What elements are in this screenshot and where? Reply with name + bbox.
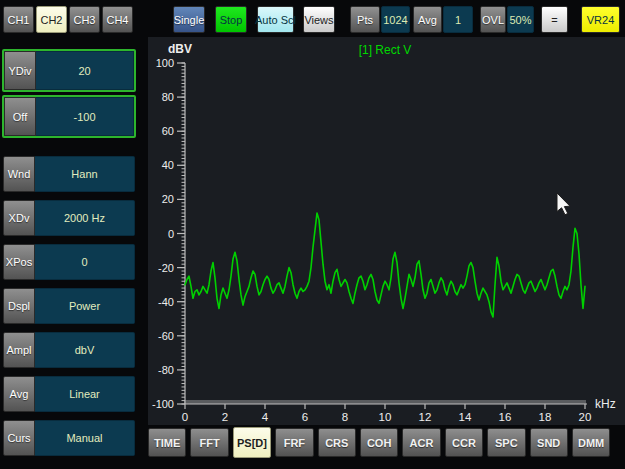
wnd-label[interactable]: Wnd [3,156,35,192]
x-axis-unit: kHz [595,397,616,411]
ovl-value[interactable]: 50% [507,6,534,33]
avg-value[interactable]: 1 [443,6,473,33]
off-label[interactable]: Off [4,97,36,136]
svg-text:20: 20 [162,193,174,205]
spectrum-plot: 100806040200-20-40-60-80-100024681012141… [148,37,625,425]
xdv-label[interactable]: XDv [3,200,35,236]
curs-label[interactable]: Curs [3,420,35,456]
dspl-label[interactable]: Dspl [3,288,35,324]
svg-text:20: 20 [579,411,592,423]
channel-button-ch1[interactable]: CH1 [3,6,34,33]
single-button[interactable]: Single [173,6,205,33]
svg-text:0: 0 [168,228,174,240]
y-axis-unit: dBV [168,42,192,56]
sidebar-row-wnd[interactable]: Wnd Hann [3,156,135,192]
curs-value[interactable]: Manual [35,420,135,456]
ovl-label[interactable]: OVL [480,6,506,33]
svg-text:-100: -100 [152,398,174,410]
avg-mode-value[interactable]: Linear [35,376,135,412]
svg-text:4: 4 [262,411,269,423]
tab-ccr[interactable]: CCR [445,428,483,457]
tab-acr[interactable]: ACR [402,428,440,457]
channel-button-ch2[interactable]: CH2 [36,6,67,33]
spectrum-chart: 100806040200-20-40-60-80-100024681012141… [148,37,625,425]
auto-scale-button[interactable]: Auto Scl [257,6,294,33]
ydiv-value[interactable]: 20 [36,51,134,90]
tab-dmm[interactable]: DMM [572,428,610,457]
tab-psd[interactable]: PS[D] [233,427,271,458]
ampl-label[interactable]: Ampl [3,332,35,368]
svg-text:16: 16 [499,411,512,423]
xdv-value[interactable]: 2000 Hz [35,200,135,236]
svg-text:80: 80 [162,91,174,103]
spectrum-trace [185,213,585,317]
sidebar-row-dspl[interactable]: Dspl Power [3,288,135,324]
tab-frf[interactable]: FRF [275,428,313,457]
svg-text:14: 14 [459,411,472,423]
dspl-value[interactable]: Power [35,288,135,324]
equals-button[interactable]: = [541,6,568,33]
sidebar-row-xpos[interactable]: XPos 0 [3,244,135,280]
svg-text:-80: -80 [158,364,174,376]
tab-coh[interactable]: COH [360,428,398,457]
trace-label: [1] Rect V [359,43,412,57]
tab-snd[interactable]: SND [530,428,568,457]
svg-text:2: 2 [222,411,228,423]
svg-text:6: 6 [302,411,308,423]
tab-spc[interactable]: SPC [487,428,525,457]
svg-text:8: 8 [342,411,348,423]
ydiv-label[interactable]: YDiv [4,51,36,90]
svg-text:-40: -40 [158,296,174,308]
channel-button-ch3[interactable]: CH3 [69,6,100,33]
svg-text:40: 40 [162,159,174,171]
tab-fft[interactable]: FFT [190,428,228,457]
sidebar-row-ampl[interactable]: Ampl dbV [3,332,135,368]
svg-text:-60: -60 [158,330,174,342]
off-value[interactable]: -100 [36,97,134,136]
wnd-value[interactable]: Hann [35,156,135,192]
sidebar-row-off[interactable]: Off -100 [2,95,136,138]
channel-button-ch4[interactable]: CH4 [102,6,133,33]
sidebar-row-avg[interactable]: Avg Linear [3,376,135,412]
svg-text:100: 100 [156,57,174,69]
sidebar-row-xdv[interactable]: XDv 2000 Hz [3,200,135,236]
stop-button[interactable]: Stop [215,6,247,33]
svg-text:18: 18 [539,411,552,423]
pts-value[interactable]: 1024 [381,6,410,33]
views-button[interactable]: Views [303,6,335,33]
avg-label[interactable]: Avg [413,6,442,33]
svg-text:0: 0 [182,411,188,423]
avg-mode-label[interactable]: Avg [3,376,35,412]
svg-text:-20: -20 [158,262,174,274]
tab-time[interactable]: TIME [148,428,186,457]
xpos-value[interactable]: 0 [35,244,135,280]
tab-crs[interactable]: CRS [318,428,356,457]
ampl-value[interactable]: dbV [35,332,135,368]
measurement-tabs: TIME FFT PS[D] FRF CRS COH ACR CCR SPC S… [148,428,610,458]
svg-text:12: 12 [419,411,432,423]
svg-text:10: 10 [379,411,392,423]
sidebar-row-curs[interactable]: Curs Manual [3,420,135,456]
svg-text:60: 60 [162,125,174,137]
xpos-label[interactable]: XPos [3,244,35,280]
vr24-button[interactable]: VR24 [581,6,620,33]
sidebar-row-ydiv[interactable]: YDiv 20 [2,49,136,92]
pts-label[interactable]: Pts [350,6,380,33]
